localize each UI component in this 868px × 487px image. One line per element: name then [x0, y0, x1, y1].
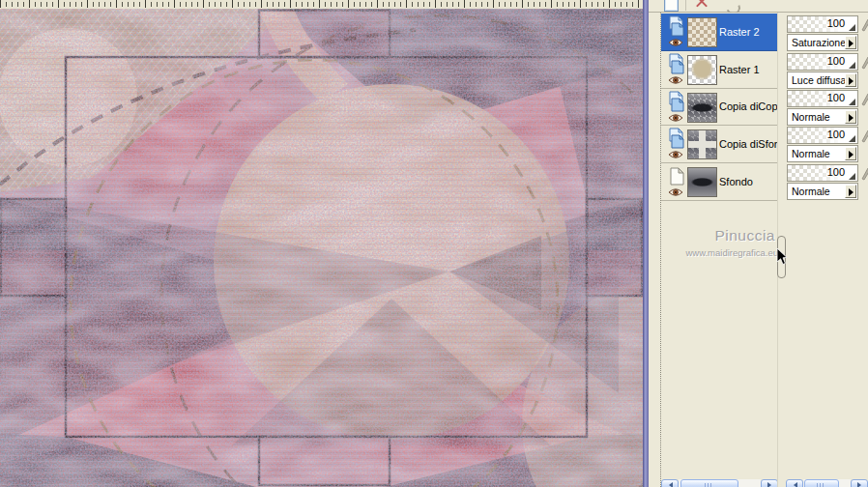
delete-layer-icon[interactable]	[695, 0, 709, 10]
raster-layer-icon	[668, 53, 685, 74]
blend-mode-dropdown[interactable]: Normale	[787, 145, 858, 162]
opacity-value: 100	[827, 166, 845, 178]
blend-mode-label: Normale	[792, 111, 830, 123]
layer-name: Copia diCopia	[719, 100, 778, 112]
blend-mode-arrow-button[interactable]	[845, 36, 856, 49]
edit-pencil-icon	[860, 166, 868, 181]
scroll-left-button[interactable]	[661, 479, 679, 487]
psp-layers-palette-window: Raster 2 Raster 1	[0, 0, 868, 487]
opacity-slider-handle[interactable]	[849, 135, 855, 142]
layer-row-sfondo[interactable]: Sfondo	[661, 163, 778, 201]
background-layer-icon	[668, 165, 685, 186]
opacity-slider-handle[interactable]	[849, 24, 855, 31]
layer-props-sfondo: 100 Normale	[787, 164, 868, 200]
blend-mode-arrow-button[interactable]	[845, 73, 856, 87]
layer-row-raster-1[interactable]: Raster 1	[661, 51, 778, 89]
scroll-left-button[interactable]	[786, 479, 803, 487]
layer-visibility-eye-icon[interactable]	[668, 38, 683, 47]
new-layer-icon[interactable]	[664, 0, 679, 12]
layer-props-raster-2: 100 Saturazione	[787, 15, 868, 51]
layer-row-copia-dicopia[interactable]: Copia diCopia	[661, 89, 778, 127]
toolbar-separator	[685, 0, 686, 11]
opacity-slider[interactable]: 100	[787, 164, 858, 182]
blend-mode-dropdown[interactable]: Luce diffusa	[787, 72, 858, 89]
layer-row-raster-2[interactable]: Raster 2	[661, 14, 778, 51]
opacity-slider[interactable]: 100	[787, 53, 858, 71]
layer-name: Sfondo	[719, 176, 778, 187]
layer-props-copia-dicopia: 100 Normale	[787, 90, 868, 126]
scrollbar-thumb[interactable]	[804, 479, 839, 487]
opacity-value: 100	[827, 55, 845, 67]
blend-mode-label: Luce diffusa	[792, 74, 846, 86]
edit-pencil-icon	[860, 92, 868, 106]
watermark-url: www.maidiregrafica.eu	[685, 247, 778, 258]
scrollbar-track[interactable]	[803, 479, 851, 487]
layer-thumbnail	[687, 167, 717, 197]
opacity-value: 100	[827, 129, 845, 140]
blend-mode-dropdown[interactable]: Saturazione	[787, 34, 858, 51]
scroll-right-button[interactable]	[761, 479, 778, 487]
layers-horizontal-scrollbar[interactable]	[661, 479, 778, 487]
opacity-slider-handle[interactable]	[849, 62, 855, 69]
layer-visibility-eye-icon[interactable]	[668, 113, 683, 123]
layer-thumbnail	[687, 55, 717, 85]
layer-thumbnail	[687, 17, 717, 47]
panel-splitter-handle[interactable]	[777, 236, 786, 278]
layer-name: Raster 1	[719, 64, 778, 75]
layer-rows: Raster 2 Raster 1	[661, 14, 778, 201]
layer-name: Copia diSfond	[719, 138, 778, 150]
opacity-slider[interactable]: 100	[787, 127, 858, 144]
blend-mode-label: Normale	[792, 148, 830, 159]
layers-list-panel: Raster 2 Raster 1	[660, 13, 778, 487]
edit-pencil-icon	[860, 55, 868, 70]
blend-mode-label: Normale	[792, 186, 830, 197]
opacity-value: 100	[827, 92, 845, 103]
layer-props-raster-1: 100 Luce diffusa	[787, 53, 868, 89]
raster-layer-icon	[668, 91, 685, 112]
opacity-value: 100	[827, 17, 845, 29]
raster-layer-icon	[668, 15, 685, 37]
edit-pencil-icon	[860, 129, 868, 143]
layer-properties-panel: 100 Saturazione 100 Luce diffusa	[786, 13, 868, 487]
scrollbar-thumb[interactable]	[680, 479, 738, 487]
scrollbar-track[interactable]	[679, 479, 761, 487]
watermark-title: Pinuccia	[714, 227, 775, 244]
opacity-slider-handle[interactable]	[849, 173, 855, 180]
raster-layer-icon	[668, 128, 685, 149]
layer-props-copia-disfondo: 100 Normale	[787, 127, 868, 162]
opacity-slider[interactable]: 100	[787, 90, 858, 107]
layer-visibility-eye-icon[interactable]	[668, 150, 683, 159]
blend-mode-dropdown[interactable]: Normale	[787, 108, 858, 126]
layer-visibility-eye-icon[interactable]	[668, 75, 683, 85]
blend-mode-dropdown[interactable]: Normale	[787, 183, 858, 200]
layer-visibility-eye-icon[interactable]	[668, 187, 683, 197]
props-horizontal-scrollbar[interactable]	[786, 479, 868, 487]
blend-mode-arrow-button[interactable]	[845, 147, 856, 160]
blend-mode-label: Saturazione	[792, 37, 846, 48]
edit-pencil-icon	[860, 17, 868, 32]
canvas-artwork[interactable]	[0, 9, 643, 487]
scroll-right-button[interactable]	[851, 479, 868, 487]
layer-thumbnail	[687, 129, 717, 159]
blend-mode-arrow-button[interactable]	[845, 110, 856, 124]
blend-mode-arrow-button[interactable]	[845, 185, 856, 198]
layer-name: Raster 2	[719, 26, 778, 38]
opacity-slider-handle[interactable]	[849, 99, 855, 105]
layers-palette-toolbar	[649, 0, 868, 13]
window-edge-divider	[643, 0, 649, 487]
layer-row-copia-disfondo[interactable]: Copia diSfond	[661, 126, 778, 163]
opacity-slider[interactable]: 100	[787, 15, 858, 33]
layer-thumbnail	[687, 93, 717, 123]
